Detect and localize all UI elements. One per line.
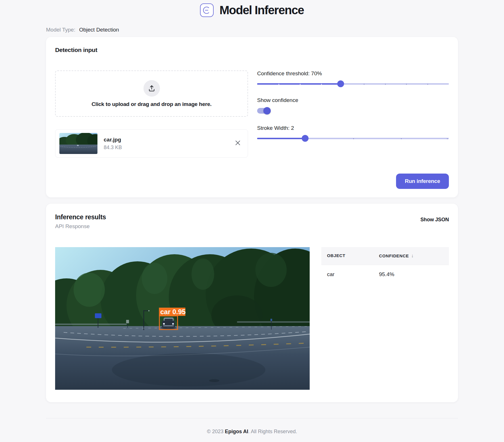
- confidence-threshold-label: Confidence threshold: 70%: [257, 70, 449, 77]
- column-header-confidence[interactable]: CONFIDENCE↓: [379, 253, 449, 259]
- slider-tick: [321, 84, 322, 85]
- cell-object: car: [327, 271, 379, 278]
- slider-tick: [353, 138, 354, 139]
- table-header-row: OBJECT CONFIDENCE↓: [321, 247, 449, 265]
- results-titles: Inference results API Response: [55, 213, 106, 230]
- upload-icon: [148, 85, 155, 92]
- slider-tick: [385, 84, 386, 85]
- footer-copyright: © 2023: [207, 429, 225, 434]
- confidence-threshold-slider[interactable]: [257, 80, 449, 87]
- toggle-knob: [263, 107, 271, 114]
- sort-desc-icon: ↓: [411, 253, 414, 258]
- inference-results-card: Inference results API Response Show JSON: [46, 204, 458, 402]
- close-icon: [235, 140, 241, 146]
- detections-table: OBJECT CONFIDENCE↓ car 95.4%: [321, 247, 449, 390]
- page: Model Inference Model Type: Object Detec…: [46, 0, 458, 442]
- file-thumbnail: [59, 133, 97, 154]
- show-confidence-toggle[interactable]: [257, 107, 271, 115]
- show-json-button[interactable]: Show JSON: [420, 217, 449, 223]
- footer-rights: . All Rights Reserved.: [248, 429, 297, 434]
- show-confidence-label: Show confidence: [257, 97, 449, 103]
- cell-confidence: 95.4%: [379, 271, 449, 278]
- results-subtitle: API Response: [55, 223, 106, 230]
- results-header: Inference results API Response Show JSON: [55, 213, 449, 230]
- stroke-width-slider[interactable]: [257, 135, 449, 142]
- model-type-row: Model Type: Object Detection: [46, 27, 458, 33]
- footer: © 2023 Epigos AI. All Rights Reserved.: [46, 418, 458, 442]
- model-type-label: Model Type:: [46, 27, 75, 33]
- detection-input-grid: Click to upload or drag and drop an imag…: [55, 70, 449, 158]
- detection-input-title: Detection input: [55, 47, 449, 53]
- result-image: car 0.95: [55, 247, 310, 390]
- file-size: 84.3 KB: [104, 145, 122, 151]
- slider-tick: [278, 84, 279, 85]
- upload-dropzone[interactable]: Click to upload or drag and drop an imag…: [55, 70, 248, 117]
- file-name: car.jpg: [104, 137, 122, 143]
- model-type-value: Object Detection: [79, 27, 119, 33]
- table-row: car 95.4%: [321, 265, 449, 284]
- results-title: Inference results: [55, 213, 106, 221]
- epigos-logo-icon: [200, 3, 214, 17]
- file-meta: car.jpg 84.3 KB: [104, 137, 122, 151]
- detection-label: car 0.95: [160, 308, 186, 316]
- upload-column: Click to upload or drag and drop an imag…: [55, 70, 248, 158]
- upload-icon-circle: [143, 80, 160, 97]
- page-title: Model Inference: [219, 3, 304, 17]
- detection-input-card: Detection input Click to upload or drag …: [46, 37, 458, 197]
- upload-instruction: Click to upload or drag and drop an imag…: [91, 101, 211, 107]
- footer-brand: Epigos AI: [225, 429, 248, 434]
- remove-file-button[interactable]: [234, 140, 241, 147]
- slider-fill: [257, 83, 341, 85]
- stroke-slider-thumb[interactable]: [302, 135, 309, 142]
- column-header-object: OBJECT: [327, 253, 379, 259]
- uploaded-file-item: car.jpg 84.3 KB: [55, 129, 248, 158]
- settings-column: Confidence threshold: 70% Show confidenc…: [257, 70, 449, 158]
- confidence-slider-thumb[interactable]: [337, 80, 344, 87]
- confidence-header-label: CONFIDENCE: [379, 253, 409, 258]
- stroke-width-label: Stroke Width: 2: [257, 125, 449, 131]
- header: Model Inference: [46, 0, 458, 17]
- slider-tick: [300, 84, 301, 85]
- slider-fill: [257, 138, 305, 139]
- results-content: car 0.95 OBJECT CONFIDENCE↓ car 95.4%: [55, 247, 449, 390]
- slider-tick: [364, 84, 365, 85]
- run-inference-button[interactable]: Run inference: [396, 174, 449, 189]
- run-row: Run inference: [55, 174, 449, 193]
